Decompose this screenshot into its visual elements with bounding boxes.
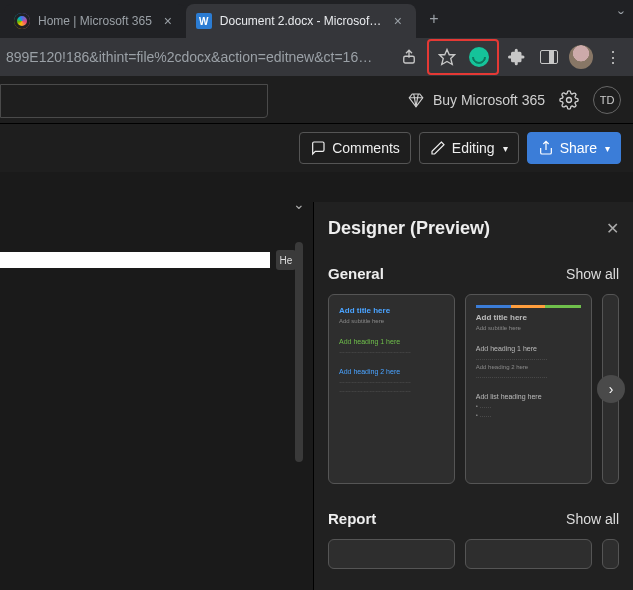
template-card-partial[interactable]: [602, 539, 619, 569]
browser-tab-document[interactable]: W Document 2.docx - Microsoft W ×: [186, 4, 416, 38]
close-icon[interactable]: ✕: [606, 219, 619, 238]
section-title: Report: [328, 510, 376, 527]
share-button[interactable]: Share ▾: [527, 132, 621, 164]
tab-title: Home | Microsoft 365: [38, 14, 152, 28]
template-card[interactable]: [328, 539, 455, 569]
word-icon: W: [196, 13, 212, 29]
chevron-down-icon[interactable]: ⌄: [293, 196, 305, 212]
section-title: General: [328, 265, 384, 282]
template-row-general: Add title here Add subtitle here Add hea…: [328, 294, 619, 484]
gear-icon[interactable]: [559, 90, 579, 110]
share-icon: [538, 140, 554, 156]
show-all-link[interactable]: Show all: [566, 266, 619, 282]
editing-label: Editing: [452, 140, 495, 156]
sidepanel-icon[interactable]: [535, 43, 563, 71]
designer-title: Designer (Preview): [328, 218, 490, 239]
buy-microsoft-365-link[interactable]: Buy Microsoft 365: [407, 91, 545, 109]
close-icon[interactable]: ×: [160, 13, 176, 29]
tab-title: Document 2.docx - Microsoft W: [220, 14, 382, 28]
extensions-icon[interactable]: [503, 43, 531, 71]
accent-bar: [476, 305, 581, 308]
next-arrow-button[interactable]: ›: [597, 375, 625, 403]
template-card[interactable]: Add title here Add subtitle here Add hea…: [328, 294, 455, 484]
buy-label: Buy Microsoft 365: [433, 92, 545, 108]
template-row-report: [328, 539, 619, 569]
editing-button[interactable]: Editing ▾: [419, 132, 519, 164]
pencil-icon: [430, 140, 446, 156]
tab-overflow-chevron[interactable]: ˇ: [609, 9, 633, 30]
url-display[interactable]: 899E120!186&ithint=file%2cdocx&action=ed…: [6, 49, 391, 65]
star-icon[interactable]: [433, 43, 461, 71]
section-header-report: Report Show all: [328, 510, 619, 527]
chevron-down-icon: ▾: [605, 143, 610, 154]
close-icon[interactable]: ×: [390, 13, 406, 29]
designer-panel: Designer (Preview) ✕ General Show all Ad…: [313, 202, 633, 590]
document-actions: Comments Editing ▾ Share ▾: [0, 124, 633, 172]
profile-avatar[interactable]: [567, 43, 595, 71]
svg-marker-1: [440, 50, 455, 65]
scrollbar-thumb[interactable]: [295, 242, 303, 462]
content-area: ⌄ He Designer (Preview) ✕ General Show a…: [0, 172, 633, 590]
search-input[interactable]: [0, 84, 268, 118]
browser-tabstrip: Home | Microsoft 365 × W Document 2.docx…: [0, 0, 633, 38]
chevron-down-icon: ▾: [503, 143, 508, 154]
show-all-link[interactable]: Show all: [566, 511, 619, 527]
share-label: Share: [560, 140, 597, 156]
user-avatar[interactable]: TD: [593, 86, 621, 114]
premium-icon: [407, 91, 425, 109]
new-tab-button[interactable]: +: [420, 5, 448, 33]
comment-icon: [310, 140, 326, 156]
m365-icon: [14, 13, 30, 29]
grammarly-icon[interactable]: [465, 43, 493, 71]
extension-highlight: [427, 39, 499, 75]
svg-point-2: [567, 97, 572, 102]
page-edge: [0, 252, 270, 268]
share-os-icon[interactable]: [395, 43, 423, 71]
menu-kebab-icon[interactable]: ⋮: [599, 43, 627, 71]
heading-indicator: He: [276, 250, 296, 270]
document-canvas[interactable]: ⌄ He: [0, 172, 313, 590]
template-card[interactable]: Add title here Add subtitle here Add hea…: [465, 294, 592, 484]
comments-label: Comments: [332, 140, 400, 156]
template-card[interactable]: [465, 539, 592, 569]
browser-tab-m365[interactable]: Home | Microsoft 365 ×: [4, 4, 186, 38]
browser-toolbar: 899E120!186&ithint=file%2cdocx&action=ed…: [0, 38, 633, 76]
comments-button[interactable]: Comments: [299, 132, 411, 164]
section-header-general: General Show all: [328, 265, 619, 282]
